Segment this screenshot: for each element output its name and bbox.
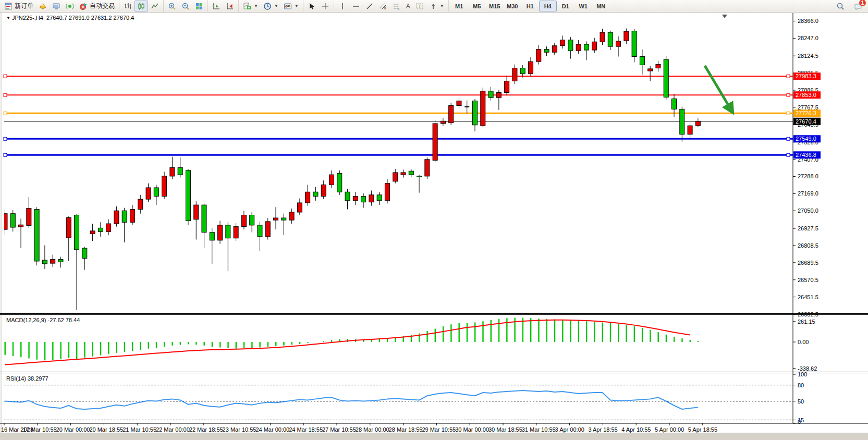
timeframe-h1-button[interactable]: H1 — [521, 1, 539, 11]
svg-text:23 Mar 10:55: 23 Mar 10:55 — [223, 426, 256, 433]
svg-text:26332.5: 26332.5 — [798, 311, 818, 317]
svg-text:20 Mar 00:00: 20 Mar 00:00 — [56, 426, 90, 433]
timeframe-mn-button[interactable]: MN — [592, 1, 610, 11]
cursor-button[interactable] — [305, 1, 319, 11]
svg-text:31 Mar 10:55: 31 Mar 10:55 — [522, 426, 556, 433]
notification-badge: 1 — [859, 0, 866, 6]
trendline-icon — [365, 2, 374, 10]
vertical-line-button[interactable] — [336, 1, 349, 11]
collapse-arrow-icon[interactable]: ▼ — [6, 16, 10, 20]
svg-text:28124.5: 28124.5 — [798, 53, 818, 59]
timeframe-h4-button[interactable]: H4 — [539, 1, 557, 11]
toolbar-group-chart-type — [119, 0, 163, 12]
tile-windows-icon — [195, 2, 203, 10]
line-price-label: 27853.0 — [793, 91, 821, 99]
signal-button[interactable] — [63, 1, 77, 11]
fibonacci-icon: F — [393, 2, 401, 10]
zoom-in-button[interactable] — [165, 1, 179, 11]
timeframe-m30-button[interactable]: M30 — [504, 1, 521, 11]
line-chart-icon — [151, 2, 159, 10]
window-bottom-strip — [0, 433, 868, 440]
auto-trading-icon — [79, 2, 88, 10]
text-tool-button[interactable]: A — [404, 1, 413, 11]
svg-text:22 Mar 18:55: 22 Mar 18:55 — [189, 426, 223, 433]
svg-text:28247.0: 28247.0 — [798, 35, 818, 41]
horizontal-line-button[interactable] — [349, 1, 363, 11]
bar-chart-icon — [124, 2, 132, 10]
svg-text:4 Apr 10:55: 4 Apr 10:55 — [621, 426, 651, 433]
search-button[interactable] — [834, 1, 847, 11]
search-icon — [836, 2, 845, 10]
trendline-button[interactable] — [363, 1, 376, 11]
bar-chart-button[interactable] — [121, 1, 135, 11]
toolbar-group-objects: E F A T ▼ — [334, 0, 448, 12]
line-chart-button[interactable] — [148, 1, 162, 11]
fibonacci-button[interactable]: F — [390, 1, 404, 11]
periods-dropdown[interactable]: ▼ — [261, 1, 281, 11]
auto-trading-label: 自动交易 — [90, 2, 115, 10]
svg-text:17 Mar 10:55: 17 Mar 10:55 — [23, 426, 57, 433]
candlestick-chart-button[interactable] — [135, 1, 148, 11]
svg-text:29 Mar 10:55: 29 Mar 10:55 — [422, 426, 456, 433]
svg-text:27726.3: 27726.3 — [796, 110, 816, 116]
timeframe-m1-button[interactable]: M1 — [450, 1, 468, 11]
candlestick-icon — [137, 2, 145, 10]
svg-text:-338.62: -338.62 — [798, 365, 817, 372]
gold-ingot-icon — [39, 2, 47, 10]
svg-text:26451.5: 26451.5 — [798, 294, 818, 300]
svg-text:21 Mar 10:55: 21 Mar 10:55 — [123, 426, 156, 433]
svg-text:E: E — [384, 7, 386, 10]
cursor-arrow-icon — [308, 2, 316, 10]
svg-text:26570.5: 26570.5 — [798, 277, 818, 283]
chart-symbol-label: ▼ JPN225-,H4 27640.7 27691.0 27631.2 276… — [6, 15, 134, 21]
equidistant-channel-button[interactable]: E — [376, 1, 390, 11]
templates-dropdown[interactable]: ▼ — [281, 1, 301, 11]
svg-text:30 Mar 18:55: 30 Mar 18:55 — [488, 426, 522, 433]
timeframe-m5-button[interactable]: M5 — [468, 1, 486, 11]
tile-windows-button[interactable] — [192, 1, 206, 11]
template-icon — [284, 2, 292, 10]
notifications-button[interactable]: 1 — [851, 1, 865, 11]
toolbar: 新订单 自动交易 — [0, 0, 868, 13]
arrows-dropdown[interactable]: ▼ — [426, 1, 447, 11]
current-price-label: 27670.4 — [793, 118, 821, 125]
terminal-button[interactable] — [50, 1, 63, 11]
svg-text:27670.4: 27670.4 — [796, 118, 816, 125]
toolbar-group-trade: 新订单 自动交易 — [0, 0, 119, 12]
svg-text:26927.5: 26927.5 — [798, 225, 818, 231]
indicators-dropdown[interactable]: ▼ — [240, 1, 261, 11]
svg-text:27050.0: 27050.0 — [798, 207, 818, 214]
mt4-window: 新订单 自动交易 — [0, 0, 868, 440]
rsi-indicator-label: RSI(14) 38.2977 — [6, 375, 48, 382]
symbol-ohlc-text: JPN225-,H4 27640.7 27691.0 27631.2 27670… — [12, 15, 134, 21]
gold-button[interactable] — [36, 1, 50, 11]
zoom-out-button[interactable] — [179, 1, 192, 11]
chart-shift-button[interactable] — [223, 1, 237, 11]
auto-scroll-button[interactable] — [210, 1, 223, 11]
chevron-down-icon: ▼ — [274, 4, 278, 8]
timeframe-m15-button[interactable]: M15 — [486, 1, 504, 11]
toolbar-group-scroll — [207, 0, 238, 12]
svg-text:24 Mar 00:00: 24 Mar 00:00 — [255, 426, 289, 433]
toolbar-group-zoom — [163, 0, 207, 12]
svg-text:50: 50 — [798, 398, 804, 405]
signal-icon — [66, 2, 74, 10]
new-order-button[interactable]: 新订单 — [2, 1, 36, 11]
chart-area[interactable]: 28366.028247.028124.528005.527886.527767… — [0, 13, 868, 440]
svg-text:20 Mar 18:55: 20 Mar 18:55 — [89, 426, 123, 433]
svg-text:5 Apr 18:55: 5 Apr 18:55 — [688, 426, 717, 433]
svg-text:5 Apr 00:00: 5 Apr 00:00 — [655, 426, 684, 433]
zoom-in-icon — [168, 2, 176, 10]
line-price-label: 27549.0 — [793, 135, 821, 142]
crosshair-button[interactable] — [319, 1, 332, 11]
svg-text:27767.5: 27767.5 — [798, 104, 818, 111]
svg-text:26808.5: 26808.5 — [798, 242, 818, 249]
toolbar-group-indicators: ▼ ▼ ▼ — [238, 0, 303, 12]
svg-text:30 Mar 00:00: 30 Mar 00:00 — [455, 426, 489, 433]
timeframe-w1-button[interactable]: W1 — [574, 1, 592, 11]
svg-text:27853.0: 27853.0 — [796, 92, 816, 98]
timeframe-d1-button[interactable]: D1 — [557, 1, 574, 11]
terminal-icon — [52, 2, 60, 10]
auto-trading-button[interactable]: 自动交易 — [77, 1, 117, 11]
text-label-button[interactable]: T — [413, 1, 426, 11]
